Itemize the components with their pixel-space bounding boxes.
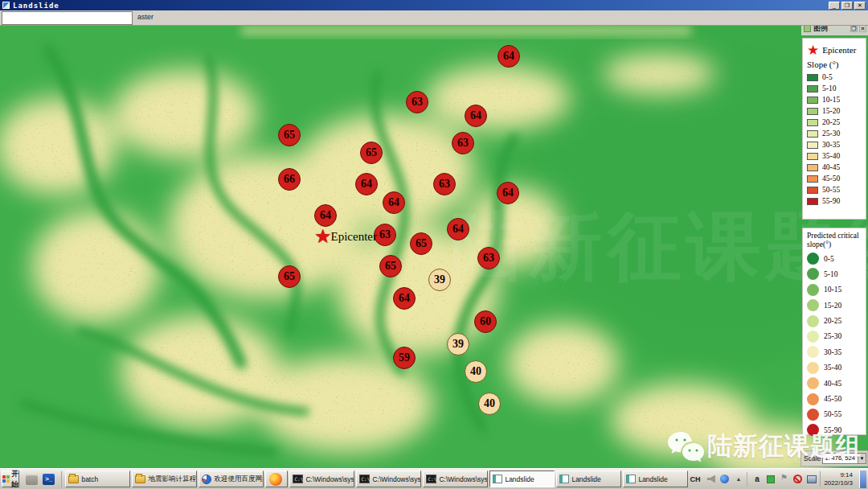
legend-class-row: 45-50 <box>807 173 866 184</box>
taskbar-button-c-windows-syst-[interactable]: C:\C:\Windows\syst... <box>356 471 421 487</box>
slope-marker[interactable]: 64 <box>447 218 469 240</box>
ime-a-icon[interactable]: a <box>751 474 762 484</box>
flag-icon[interactable] <box>779 474 789 484</box>
taskbar-button-firefox[interactable] <box>265 471 288 487</box>
firefox-icon <box>269 473 282 486</box>
legend-swatch <box>807 268 819 280</box>
slope-marker[interactable]: 63 <box>433 173 456 195</box>
taskbar-button-label: batch <box>81 475 98 483</box>
application-window: 陆新征课题组 646364656365666463646464646365636… <box>0 0 868 489</box>
slope-marker[interactable]: 64 <box>497 45 520 68</box>
taskbar-button-landslide[interactable]: Landslide <box>623 471 688 487</box>
slope-marker[interactable]: 65 <box>278 124 301 146</box>
legend-swatch <box>807 409 819 421</box>
folder-icon <box>68 475 79 483</box>
legend-class-row: 0-5 <box>807 251 866 266</box>
slope-marker[interactable]: 65 <box>379 255 402 277</box>
powershell-icon[interactable]: >_ <box>43 474 55 485</box>
slope-marker[interactable]: 64 <box>497 182 519 204</box>
taskbar-button-c-windows-syst-[interactable]: C:\C:\Windows\syst... <box>423 471 488 487</box>
legend-class-row: 0-5 <box>807 72 866 83</box>
slope-marker[interactable]: 64 <box>465 105 487 127</box>
taskbar-button-landslide[interactable]: Landslide <box>556 471 621 487</box>
slope-marker[interactable]: 63 <box>374 224 396 246</box>
clock[interactable]: 9:14 2022/10/3 <box>820 471 856 486</box>
slope-marker[interactable]: 39 <box>428 269 451 291</box>
toolbar: aster <box>0 10 868 26</box>
slope-marker[interactable]: 63 <box>477 247 500 269</box>
legend-class-label: 10-15 <box>822 96 840 104</box>
start-button[interactable]: 开始 <box>2 471 19 487</box>
close-button[interactable]: ✕ <box>854 2 866 10</box>
slope-marker[interactable]: 65 <box>410 232 432 255</box>
legend-swatch <box>807 331 819 343</box>
taskbar-button-label: Landslide <box>638 475 667 483</box>
legend-swatch <box>807 253 819 265</box>
legend-swatch <box>807 198 818 205</box>
legend-pin-button[interactable]: ❐ <box>850 25 858 32</box>
netdisk-icon <box>202 475 211 484</box>
slope-marker[interactable]: 59 <box>393 347 416 369</box>
browser-icon[interactable] <box>719 474 730 484</box>
legend-class-row: 15-20 <box>807 298 866 313</box>
legend-class-label: 15-20 <box>822 107 840 115</box>
epicenter-marker: ★Epicenter <box>314 228 377 244</box>
legend-class-row: 30-35 <box>807 344 866 360</box>
legend-class-row: 20-25 <box>807 117 866 128</box>
legend-class-label: 15-20 <box>824 302 841 310</box>
layer-combo-input[interactable] <box>2 11 133 25</box>
legend-class-label: 45-50 <box>822 175 840 183</box>
legend-class-row: 55-90 <box>807 195 866 207</box>
slope-marker[interactable]: 63 <box>406 91 428 113</box>
legend-swatch <box>807 153 818 160</box>
legend-class-row: 5-10 <box>807 266 866 281</box>
legend-class-row: 15-20 <box>807 105 866 117</box>
legend-class-label: 0-5 <box>824 255 834 263</box>
taskbar-button-c-windows-syst-[interactable]: C:\C:\Windows\syst... <box>289 471 354 487</box>
slope-marker[interactable]: 39 <box>447 333 469 355</box>
slope-marker[interactable]: 66 <box>278 168 301 191</box>
scale-dropdown[interactable]: 1: 476, 524 ▼ <box>822 453 866 464</box>
legend-class-row: 25-30 <box>807 329 866 344</box>
taskbar-button-landslide[interactable]: Landslide <box>489 471 555 487</box>
legend-class-row: 30-35 <box>807 139 866 150</box>
legend-swatch <box>807 315 819 327</box>
taskbar-button--[interactable]: 地震影响计算程... <box>132 471 197 487</box>
taskbar: 开始 >_ batch地震影响计算程...欢迎使用百度网盘C:\C:\Windo… <box>0 468 868 489</box>
scale-dropdown-arrow[interactable]: ▼ <box>858 454 866 463</box>
slope-marker[interactable]: 64 <box>393 287 416 310</box>
legend-icon <box>804 25 811 32</box>
show-desktop-button[interactable] <box>859 471 866 488</box>
maximize-button[interactable]: ❐ <box>841 2 853 10</box>
legend-close-button[interactable]: ✕ <box>859 25 866 32</box>
network-icon[interactable] <box>806 474 817 484</box>
blocked-icon[interactable] <box>792 474 803 484</box>
slope-marker[interactable]: 65 <box>278 265 301 288</box>
minimize-button[interactable]: _ <box>829 2 840 10</box>
slope-marker[interactable]: 40 <box>478 392 501 415</box>
taskbar-button-label: 地震影响计算程... <box>148 475 197 484</box>
green-app-icon[interactable] <box>765 474 776 484</box>
volume-icon[interactable] <box>706 474 716 484</box>
title-bar[interactable]: Landslide _ ❐ ✕ <box>0 0 868 10</box>
slope-marker[interactable]: 64 <box>355 173 378 195</box>
taskbar-button--[interactable]: 欢迎使用百度网盘 <box>199 471 264 487</box>
legend-class-label: 55-90 <box>822 197 840 205</box>
legend-class-row: 50-55 <box>807 184 866 195</box>
language-indicator[interactable]: CH <box>690 475 702 483</box>
cmd-icon: C:\ <box>293 475 303 483</box>
landslide-icon <box>493 475 502 483</box>
task-buttons: batch地震影响计算程...欢迎使用百度网盘C:\C:\Windows\sys… <box>65 471 690 487</box>
slope-marker[interactable]: 40 <box>465 360 487 383</box>
slope-marker[interactable]: 65 <box>360 142 383 164</box>
legend-swatch <box>807 85 818 92</box>
taskbar-button-batch[interactable]: batch <box>65 471 130 487</box>
slope-marker[interactable]: 64 <box>383 191 405 214</box>
legend-class-row: 40-45 <box>807 376 866 391</box>
legend-class-row: 50-55 <box>807 407 866 422</box>
hidden-icons-chevron[interactable]: ▲ <box>733 474 743 484</box>
slope-marker[interactable]: 63 <box>452 132 474 154</box>
slope-marker[interactable]: 64 <box>314 204 337 227</box>
slope-marker[interactable]: 60 <box>474 310 497 333</box>
printer-icon[interactable] <box>26 474 38 485</box>
